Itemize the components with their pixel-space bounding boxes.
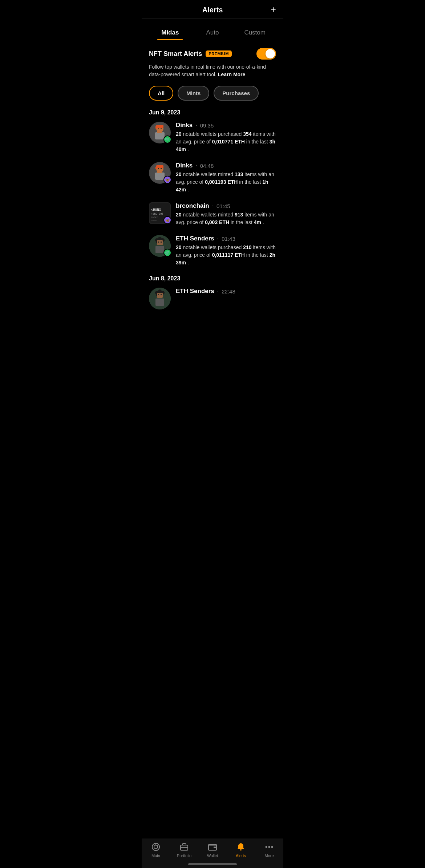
alert-time: 22:48: [222, 288, 235, 295]
smart-alerts-toggle[interactable]: [256, 48, 276, 60]
smart-alerts-row: NFT Smart Alerts PREMIUM: [149, 48, 276, 60]
purchase-badge: 🛒: [163, 135, 171, 143]
mint-badge: 🦋: [163, 216, 171, 224]
svg-rect-38: [155, 299, 164, 306]
filter-purchases[interactable]: Purchases: [214, 86, 259, 101]
alert-title-row: ETH Senders · 01:43: [176, 235, 276, 242]
alert-body: brconchain · 01:45 20 notable wallets mi…: [176, 202, 276, 226]
alert-item: ETH Senders · 22:48: [149, 288, 276, 309]
alert-time: 01:43: [222, 236, 235, 242]
toggle-knob: [266, 49, 275, 58]
date-group-1: Jun 9, 2023: [149, 109, 276, 116]
alert-name: Dinks: [176, 162, 193, 169]
alert-name: ETH Senders: [176, 288, 214, 295]
svg-rect-28: [155, 246, 164, 253]
svg-rect-9: [157, 171, 162, 173]
alert-body: ETH Senders · 01:43 20 notable wallets p…: [176, 235, 276, 267]
svg-rect-2: [157, 131, 162, 133]
svg-rect-25: [157, 240, 163, 245]
alert-text: 20 notable wallets purchased 354 items w…: [176, 130, 276, 153]
alert-name: Dinks: [176, 122, 193, 129]
avatar: [149, 288, 171, 309]
alert-title-row: Dinks · 04:48: [176, 162, 276, 169]
alert-text: 20 notable wallets minted 913 items with…: [176, 211, 276, 226]
svg-rect-35: [157, 293, 163, 298]
svg-rect-13: [155, 167, 157, 169]
avatar-wrap: 🛒: [149, 235, 171, 257]
tab-midas[interactable]: Midas: [149, 25, 191, 40]
svg-rect-12: [156, 165, 163, 168]
alert-time: 09:35: [200, 122, 214, 129]
smart-alerts-title: NFT Smart Alerts: [149, 50, 202, 58]
svg-rect-8: [155, 173, 165, 180]
purchase-badge: 🛒: [163, 249, 171, 257]
smart-alerts-left: NFT Smart Alerts PREMIUM: [149, 50, 232, 58]
header: Alerts +: [142, 0, 283, 19]
svg-rect-5: [156, 125, 163, 128]
tab-bar: Midas Auto Custom: [142, 25, 283, 40]
avatar-wrap: $BONX (BRC-20) SBONX Token 🦋: [149, 202, 171, 224]
alert-text: 20 notable wallets purchased 210 items w…: [176, 244, 276, 267]
mint-badge: 🦋: [163, 176, 171, 184]
tab-custom[interactable]: Custom: [234, 25, 276, 40]
main-content: NFT Smart Alerts PREMIUM Follow top wall…: [142, 48, 283, 309]
page-title: Alerts: [202, 6, 223, 14]
alert-title-row: ETH Senders · 22:48: [176, 288, 276, 295]
avatar-wrap: 🦋: [149, 162, 171, 184]
date-group-2: Jun 8, 2023: [149, 275, 276, 282]
alert-title-row: brconchain · 01:45: [176, 202, 276, 210]
svg-text:Token: Token: [151, 219, 157, 222]
svg-rect-6: [155, 126, 157, 129]
alert-body: ETH Senders · 22:48: [176, 288, 276, 296]
svg-rect-37: [161, 294, 162, 295]
alert-title-row: Dinks · 09:35: [176, 122, 276, 129]
learn-more-link[interactable]: Learn More: [218, 72, 245, 77]
svg-rect-26: [158, 242, 159, 243]
alert-name: brconchain: [176, 202, 209, 210]
tab-auto[interactable]: Auto: [191, 25, 234, 40]
alert-time: 04:48: [200, 163, 214, 169]
header-divider: [142, 19, 283, 19]
alert-item: 🛒 ETH Senders · 01:43 20 notable wallets…: [149, 235, 276, 267]
avatar-wrap: [149, 288, 171, 309]
alert-text: 20 notable wallets minted 133 items with…: [176, 171, 276, 194]
svg-text:(BRC-20): (BRC-20): [151, 212, 163, 215]
alert-body: Dinks · 04:48 20 notable wallets minted …: [176, 162, 276, 194]
alert-item: 🦋 Dinks · 04:48 20 notable wallets minte…: [149, 162, 276, 194]
filter-pills: All Mints Purchases: [149, 86, 276, 101]
svg-rect-27: [161, 242, 162, 243]
svg-text:SBONX: SBONX: [151, 216, 158, 219]
alert-body: Dinks · 09:35 20 notable wallets purchas…: [176, 122, 276, 153]
eth-senders-avatar-2: [149, 288, 171, 309]
alert-name: ETH Senders: [176, 235, 214, 242]
filter-mints[interactable]: Mints: [178, 86, 209, 101]
smart-alerts-description: Follow top wallets in real time with our…: [149, 63, 276, 78]
svg-rect-1: [155, 132, 165, 139]
alert-item: $BONX (BRC-20) SBONX Token 🦋 brconchain …: [149, 202, 276, 226]
svg-rect-36: [158, 294, 159, 295]
alert-item: 🛒 Dinks · 09:35 20 notable wallets purch…: [149, 122, 276, 153]
svg-text:$BONX: $BONX: [151, 208, 161, 212]
filter-all[interactable]: All: [149, 86, 173, 101]
add-alert-button[interactable]: +: [271, 5, 276, 14]
premium-badge: PREMIUM: [206, 50, 231, 57]
alert-time: 01:45: [216, 203, 230, 209]
avatar-wrap: 🛒: [149, 122, 171, 143]
